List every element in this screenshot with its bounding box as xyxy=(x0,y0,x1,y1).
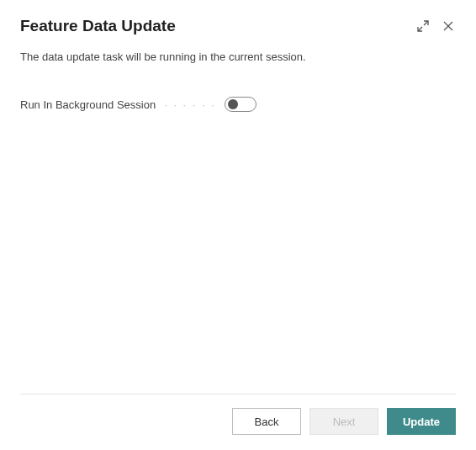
header-actions xyxy=(415,19,456,34)
next-button: Next xyxy=(309,408,378,435)
footer-divider xyxy=(20,394,456,394)
dialog-footer: Back Next Update xyxy=(20,408,456,435)
back-button[interactable]: Back xyxy=(232,408,301,435)
dots-separator: · · · · · · xyxy=(164,98,216,111)
background-session-label: Run In Background Session xyxy=(20,98,156,111)
dialog-description: The data update task will be running in … xyxy=(20,50,456,63)
update-button[interactable]: Update xyxy=(387,408,456,435)
background-session-option: Run In Background Session · · · · · · xyxy=(20,97,456,112)
background-session-toggle[interactable] xyxy=(225,97,257,112)
spacer xyxy=(20,112,456,394)
close-icon[interactable] xyxy=(441,19,456,34)
dialog-header: Feature Data Update xyxy=(20,17,456,35)
expand-icon[interactable] xyxy=(415,19,431,34)
toggle-knob xyxy=(228,99,238,109)
dialog-title: Feature Data Update xyxy=(20,17,176,35)
